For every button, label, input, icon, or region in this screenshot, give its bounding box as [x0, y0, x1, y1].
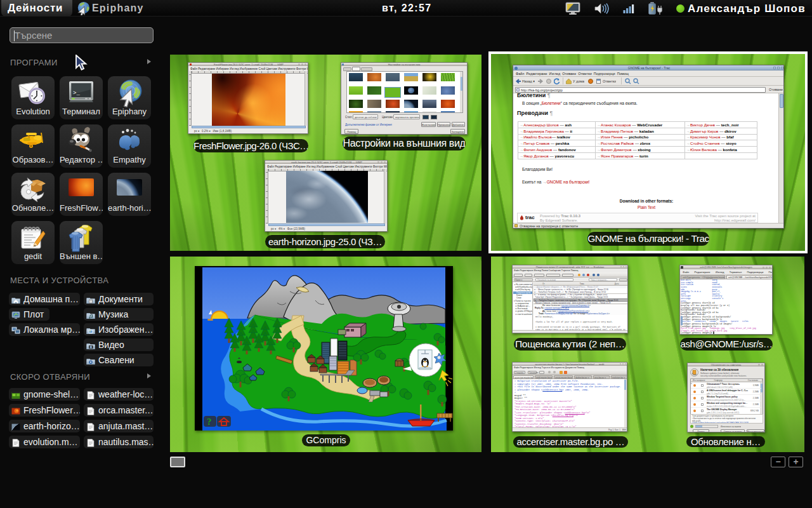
svg-text:?: ? — [207, 417, 212, 427]
svg-text:>_: >_ — [73, 90, 80, 97]
